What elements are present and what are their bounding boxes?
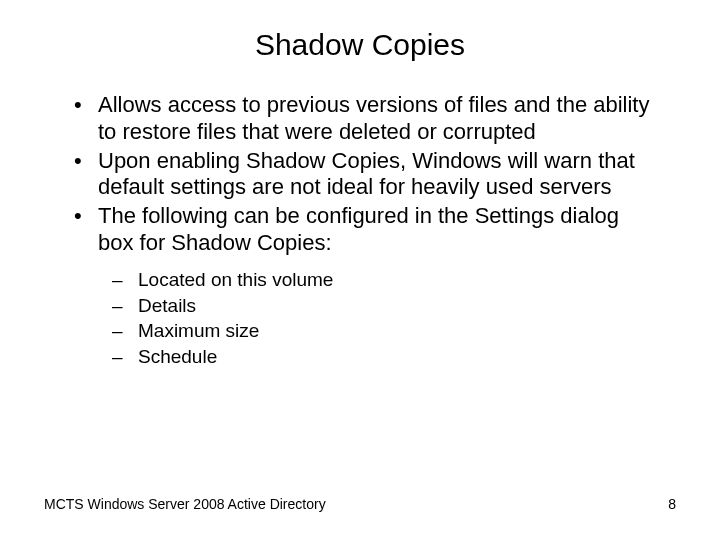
footer-text: MCTS Windows Server 2008 Active Director… <box>44 496 326 512</box>
bullet-item: The following can be configured in the S… <box>70 203 660 257</box>
sub-bullet-item: Maximum size <box>108 318 660 344</box>
page-number: 8 <box>668 496 676 512</box>
sub-bullet-item: Schedule <box>108 344 660 370</box>
sub-bullet-item: Details <box>108 293 660 319</box>
bullet-item: Upon enabling Shadow Copies, Windows wil… <box>70 148 660 202</box>
sub-bullet-list: Located on this volume Details Maximum s… <box>70 259 660 370</box>
bullet-list: Allows access to previous versions of fi… <box>70 92 660 257</box>
slide-footer: MCTS Windows Server 2008 Active Director… <box>44 496 676 512</box>
slide-title: Shadow Copies <box>0 0 720 92</box>
slide-content: Allows access to previous versions of fi… <box>0 92 720 370</box>
sub-bullet-item: Located on this volume <box>108 267 660 293</box>
bullet-item: Allows access to previous versions of fi… <box>70 92 660 146</box>
